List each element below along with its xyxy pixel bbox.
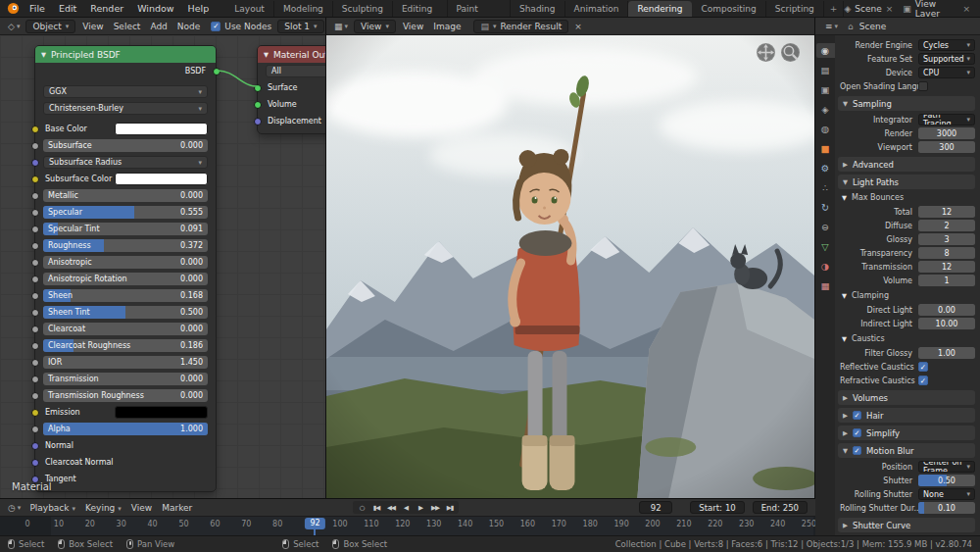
clearcoat-field[interactable]: Clearcoat0.000: [43, 323, 208, 335]
menu-help[interactable]: Help: [181, 0, 217, 17]
properties-tab-object-icon[interactable]: ■: [816, 141, 835, 156]
playback-record-button[interactable]: ○: [355, 501, 368, 514]
subsurface-radius-socket[interactable]: [31, 159, 39, 167]
collapse-triangle-icon[interactable]: ▼: [264, 51, 269, 59]
properties-tab-particles-icon[interactable]: ∴: [816, 180, 835, 195]
transmission-socket[interactable]: [31, 376, 39, 383]
hair-checkbox[interactable]: ✓: [853, 411, 861, 420]
menu-edit[interactable]: Edit: [52, 0, 83, 17]
distribution-dropdown[interactable]: GGX ▾: [43, 85, 208, 98]
ior-socket[interactable]: [31, 359, 39, 367]
refractive-caustics-checkbox[interactable]: ✓: [918, 376, 928, 385]
sheen-tint-socket[interactable]: [31, 309, 39, 317]
frame-end-field[interactable]: End: 250: [753, 501, 808, 514]
transmission-roughness-field[interactable]: Transmission Roughness0.000: [43, 389, 208, 402]
use-nodes-checkbox[interactable]: ✓: [211, 22, 220, 31]
anisotropic-socket[interactable]: [31, 259, 39, 267]
subsection-clamping[interactable]: ▼ Clamping: [838, 289, 975, 302]
editor-type-properties-icon[interactable]: ≡▾: [821, 21, 842, 32]
playback-play-reverse-button[interactable]: ◀: [399, 501, 413, 514]
principled-node-header[interactable]: ▼ Principled BSDF: [35, 46, 216, 63]
clearcoat-roughness-field[interactable]: Clearcoat Roughness0.186: [43, 339, 208, 352]
output-target-dropdown[interactable]: All ▾: [266, 65, 326, 77]
total-field[interactable]: 12: [918, 206, 975, 218]
section-light-paths[interactable]: ▼ Light Paths: [838, 175, 975, 189]
properties-tab-physics-icon[interactable]: ↻: [816, 200, 835, 215]
emission-socket[interactable]: [31, 409, 39, 417]
menu-file[interactable]: File: [23, 0, 52, 17]
subsurface-color-swatch[interactable]: [115, 173, 208, 185]
bsdf-output-socket[interactable]: [213, 68, 220, 75]
normal-socket[interactable]: [31, 442, 39, 450]
collapse-triangle-icon[interactable]: ▼: [41, 51, 46, 59]
sheen-socket[interactable]: [31, 292, 39, 300]
properties-tab-view-layer-icon[interactable]: ▣: [816, 82, 835, 97]
transmission-field[interactable]: Transmission0.000: [43, 373, 208, 385]
zoom-gizmo-button[interactable]: [781, 43, 800, 62]
ior-field[interactable]: IOR1.450: [43, 356, 208, 369]
subsection-caustics[interactable]: ▼ Caustics: [838, 332, 975, 345]
rolling-shutter-dur-field[interactable]: 0.10: [918, 502, 975, 514]
workspace-tab-shading[interactable]: Shading: [511, 1, 565, 18]
use-nodes-toggle[interactable]: ✓ Use Nodes: [211, 22, 271, 31]
rolling-shutter-field[interactable]: None▾: [918, 488, 975, 500]
metallic-socket[interactable]: [31, 192, 39, 200]
clearcoat-normal-socket[interactable]: [31, 459, 39, 467]
material-output-node[interactable]: ▼ Material Output All ▾ SurfaceVolumeDis…: [257, 45, 326, 134]
section-motion-blur[interactable]: ▼ ✓ Motion Blur: [838, 443, 975, 458]
render-field[interactable]: 3000: [918, 127, 975, 139]
filter-glossy-field[interactable]: 1.00: [918, 347, 975, 359]
emission-swatch[interactable]: [115, 406, 208, 419]
menu-view[interactable]: View: [398, 22, 428, 31]
section-simplify[interactable]: ▶ ✓ Simplify: [838, 426, 975, 440]
transmission-field[interactable]: 12: [918, 261, 975, 273]
section-sampling[interactable]: ▼ Sampling: [838, 96, 975, 111]
add-workspace-button[interactable]: +: [824, 1, 845, 18]
anisotropic-field[interactable]: Anisotropic0.000: [43, 256, 208, 269]
specular-socket[interactable]: [31, 209, 39, 217]
editor-type-shader-icon[interactable]: ◇▾: [4, 21, 24, 32]
playback-previous-keyframe-button[interactable]: ◀◀: [384, 501, 398, 514]
frame-start-field[interactable]: Start: 10: [690, 501, 744, 514]
workspace-tab-compositing[interactable]: Compositing: [692, 1, 765, 18]
shutter-field[interactable]: 0.50: [918, 475, 975, 486]
scene-selector[interactable]: ◈ Scene ×: [844, 4, 893, 14]
integrator-field[interactable]: Path Tracing▾: [918, 114, 975, 125]
subsurface-color-socket[interactable]: [31, 176, 39, 183]
direct-light-field[interactable]: 0.00: [918, 304, 975, 316]
menu-add[interactable]: Add: [145, 22, 172, 31]
editor-type-image-icon[interactable]: ▦▾: [330, 21, 352, 32]
timeline-ruler[interactable]: 0102030405060708010011012013014015016017…: [0, 517, 815, 535]
menu-window[interactable]: Window: [130, 0, 180, 17]
properties-tab-constraints-icon[interactable]: ⊖: [816, 220, 835, 234]
workspace-tab-scripting[interactable]: Scripting: [766, 1, 824, 18]
current-frame-badge[interactable]: 92: [305, 518, 324, 529]
playback-jump-to-start-button[interactable]: ▮◀: [369, 501, 383, 514]
diffuse-field[interactable]: 2: [918, 220, 975, 231]
workspace-tab-layout[interactable]: Layout: [225, 1, 274, 18]
tangent-socket[interactable]: [31, 476, 39, 483]
menu-select[interactable]: Select: [109, 22, 146, 31]
shader-mode-dropdown[interactable]: Object ▾: [25, 20, 75, 33]
alpha-field[interactable]: Alpha1.000: [43, 423, 208, 435]
subsurface-field[interactable]: Subsurface0.000: [43, 139, 208, 152]
properties-tab-material-icon[interactable]: ◑: [816, 259, 835, 274]
displacement-socket[interactable]: [254, 118, 262, 125]
menu-view[interactable]: View: [126, 503, 157, 513]
playback-jump-to-end-button[interactable]: ▶▮: [443, 501, 457, 514]
alpha-socket[interactable]: [31, 426, 39, 433]
base-color-swatch[interactable]: [115, 123, 208, 135]
roughness-socket[interactable]: [31, 242, 39, 250]
unlink-view-layer-button[interactable]: ×: [962, 4, 970, 14]
properties-tab-modifiers-icon[interactable]: ⚙: [816, 161, 835, 176]
current-frame-field[interactable]: 92: [639, 501, 672, 514]
output-node-header[interactable]: ▼ Material Output: [258, 46, 326, 63]
metallic-field[interactable]: Metallic0.000: [43, 189, 208, 202]
specular-field[interactable]: Specular0.555: [43, 206, 208, 219]
subsurface-socket[interactable]: [31, 142, 39, 150]
principled-bsdf-node[interactable]: ▼ Principled BSDF BSDF GGX ▾ Christensen…: [34, 45, 217, 492]
workspace-tab-uv-editing[interactable]: UV Editing: [393, 0, 448, 18]
editor-type-timeline-icon[interactable]: ◷▾: [4, 502, 24, 514]
feature-set-field[interactable]: Supported▾: [918, 53, 975, 65]
clearcoat-socket[interactable]: [31, 326, 39, 333]
